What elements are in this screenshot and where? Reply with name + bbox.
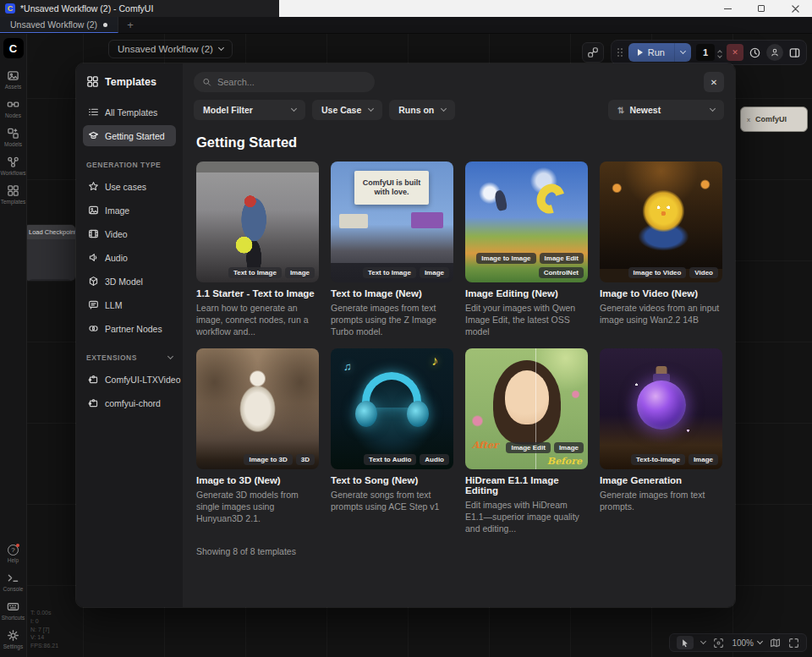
billboard-art-small [339, 214, 368, 228]
templates-sidebar-item-getting-started[interactable]: Getting Started [83, 125, 176, 146]
workflow-title-label: Unsaved Workflow (2) [118, 44, 213, 54]
template-card-image-generation[interactable]: Text-to-Image Image Image Generation Gen… [600, 348, 722, 535]
templates-sidebar-item-partner-nodes[interactable]: Partner Nodes [83, 318, 176, 339]
template-card-image-editing-new[interactable]: Image to Image Image Edit ControlNet Ima… [465, 162, 588, 338]
template-card-starter-text-to-image[interactable]: Text to Image Image 1.1 Starter - Text t… [196, 162, 319, 338]
history-button[interactable] [749, 47, 761, 59]
gear-icon [7, 629, 19, 642]
queue-count-steppers[interactable] [718, 48, 721, 57]
node-close-label[interactable]: x [747, 116, 750, 123]
template-card-hidream-e11[interactable]: After Before Image Edit Image HiDream E1… [465, 348, 588, 535]
zoom-level-control[interactable]: 100% [732, 638, 762, 648]
checkpoint-value[interactable]: v1-5-pruned-em... [28, 279, 72, 282]
sidebar-item-help[interactable]: ? Help [0, 540, 26, 567]
templates-sidebar-item-llm[interactable]: LLM [83, 294, 176, 315]
chevron-down-icon [368, 106, 374, 112]
unsaved-dot-icon[interactable] [103, 23, 107, 27]
template-search[interactable] [194, 72, 375, 92]
focus-icon[interactable] [713, 638, 724, 649]
workflow-title-menu[interactable]: Unsaved Workflow (2) [108, 40, 233, 58]
top-toolbar: Run 1 ✕ [582, 40, 807, 65]
section-label: GENERATION TYPE [86, 161, 161, 169]
sidebar-item-console[interactable]: Console [0, 567, 26, 596]
performance-stats: T: 0.00s I: 0 N: 7 [7] V: 14 FPS:86.21 [30, 609, 58, 650]
templates-sidebar-item-use-cases[interactable]: Use cases [83, 176, 176, 197]
template-description: Generate songs from text prompts using A… [331, 489, 453, 512]
templates-sidebar-item-audio[interactable]: Audio [83, 247, 176, 268]
maximize-button[interactable] [744, 0, 778, 17]
template-thumbnail[interactable]: Image to Video Video [600, 162, 722, 282]
sidebar-item-shortcuts[interactable]: Shortcuts [0, 596, 26, 625]
question-glyph: ? [11, 546, 14, 554]
headphones-art [355, 401, 377, 427]
sidebar-item-assets[interactable]: Assets [0, 65, 26, 94]
sidebar-item-models[interactable]: Models [0, 123, 26, 151]
templates-sidebar-item-video[interactable]: Video [83, 223, 176, 244]
chevron-down-icon[interactable] [700, 638, 706, 644]
fit-view-button[interactable] [788, 638, 799, 649]
template-thumbnail[interactable]: ♪ ♫ Text to Audio Audio [331, 348, 453, 469]
run-button[interactable]: Run [628, 43, 674, 62]
cancel-run-button[interactable]: ✕ [727, 44, 743, 61]
share-button[interactable] [582, 42, 604, 63]
assets-icon [7, 69, 19, 82]
template-thumbnail[interactable]: Image to Image Image Edit ControlNet [465, 162, 588, 282]
template-card-text-to-song-new[interactable]: ♪ ♫ Text to Audio Audio Text to Song (Ne… [331, 348, 453, 535]
models-icon [7, 127, 19, 140]
templates-sidebar-item-3d-model[interactable]: 3D Model [83, 271, 176, 292]
templates-icon [86, 75, 99, 88]
select-tool-button[interactable] [677, 636, 694, 649]
search-input[interactable] [217, 77, 366, 87]
account-button[interactable] [766, 44, 783, 61]
sidebar-item-label: Shortcuts [2, 615, 25, 621]
titlebar-right [279, 0, 812, 17]
sidebar-item-templates[interactable]: Templates [0, 180, 26, 209]
template-badge: ControlNet [539, 267, 584, 278]
model-filter-dropdown[interactable]: Model Filter [194, 100, 305, 120]
sidebar-item-label: comfyui-chord [105, 398, 161, 408]
minimize-icon [724, 8, 732, 9]
template-thumbnail[interactable]: Image to 3D 3D [196, 348, 319, 469]
sort-dropdown[interactable]: ⇅ Newest [608, 100, 724, 120]
template-thumbnail[interactable]: Text-to-Image Image [600, 348, 722, 469]
sidebar-item-settings[interactable]: Settings [0, 625, 26, 654]
use-case-dropdown[interactable]: Use Case [312, 100, 382, 120]
sidebar-logo-icon[interactable]: C [3, 38, 24, 58]
drag-handle-icon[interactable] [617, 47, 623, 57]
runs-on-dropdown[interactable]: Runs on [389, 100, 455, 120]
template-card-image-to-video-new[interactable]: Image to Video Video Image to Video (New… [600, 162, 722, 338]
workflow-tab[interactable]: Unsaved Workflow (2) [0, 17, 118, 33]
minimize-button[interactable] [710, 0, 744, 17]
sidebar-item-label: Models [4, 141, 22, 147]
close-window-button[interactable] [778, 0, 812, 17]
templates-sidebar-item-ltxvideo[interactable]: ComfyUI-LTXVideo [83, 369, 176, 390]
templates-sidebar-item-comfyui-chord[interactable]: comfyui-chord [83, 392, 176, 413]
sidebar-item-label: Settings [3, 643, 24, 649]
template-card-text-to-image-new[interactable]: ComfyUI is built with love. Text to Imag… [331, 162, 453, 338]
sidebar-item-label: Use cases [105, 182, 146, 192]
template-badge: Image [689, 454, 718, 465]
template-title: HiDream E1.1 Image Editing [465, 475, 588, 495]
run-options-button[interactable] [674, 43, 691, 62]
dialog-close-button[interactable]: ✕ [704, 72, 724, 92]
minimap-button[interactable] [770, 638, 781, 649]
templates-sidebar: Templates All Templates Getting Started … [76, 63, 183, 607]
sidebar-item-workflows[interactable]: Workflows [0, 151, 26, 180]
toggle-panel-button[interactable] [788, 47, 801, 59]
comfyui-note-node[interactable]: x ComfyUI [740, 107, 808, 132]
chevron-down-icon [710, 106, 716, 112]
template-thumbnail[interactable]: ComfyUI is built with love. Text to Imag… [331, 162, 453, 282]
notification-dot-icon [16, 544, 19, 547]
section-extensions[interactable]: EXTENSIONS [86, 353, 173, 362]
template-description: Learn how to generate an image, connect … [196, 302, 319, 338]
sidebar-item-nodes[interactable]: Nodes [0, 94, 26, 123]
template-thumbnail[interactable]: After Before Image Edit Image [465, 348, 588, 469]
load-checkpoint-node[interactable]: Load Checkpoint v1-5-pruned-em... [24, 224, 76, 282]
templates-sidebar-item-image[interactable]: Image [83, 200, 176, 221]
new-tab-button[interactable]: + [118, 17, 142, 33]
template-thumbnail[interactable]: Text to Image Image [196, 162, 319, 282]
template-badge: Text-to-Image [631, 454, 685, 465]
queue-count-input[interactable]: 1 [696, 44, 715, 61]
templates-sidebar-item-all-templates[interactable]: All Templates [83, 101, 176, 123]
template-card-image-to-3d-new[interactable]: Image to 3D 3D Image to 3D (New) Generat… [196, 348, 319, 535]
